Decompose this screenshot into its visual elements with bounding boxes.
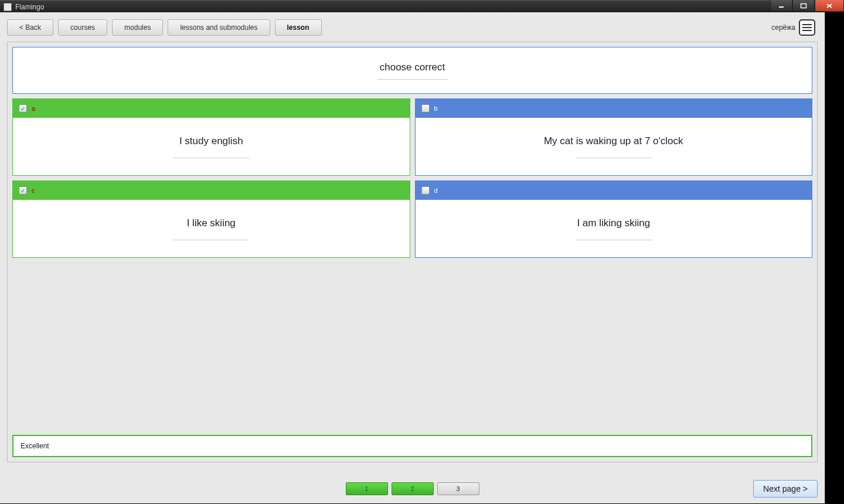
- answer-underline: [173, 240, 249, 240]
- answer-body: I am liking skiing: [416, 200, 812, 257]
- checkbox-icon[interactable]: [421, 186, 430, 195]
- close-button[interactable]: [815, 0, 844, 12]
- answer-header: b: [416, 99, 812, 118]
- answer-body: I like skiing: [13, 200, 410, 257]
- answer-card-a[interactable]: ✓ a I study english: [12, 98, 410, 176]
- answer-text: I am liking skiing: [577, 217, 650, 229]
- bottom-bar: 1 2 3 Next page >: [7, 480, 818, 498]
- app-client-area: < Back courses modules lessons and submo…: [0, 12, 825, 503]
- feedback-text: Excellent: [21, 442, 49, 450]
- nav-courses-button[interactable]: courses: [58, 19, 107, 36]
- answer-header: d: [416, 181, 812, 200]
- answer-text: I study english: [179, 135, 243, 147]
- answer-body: My cat is waking up at 7 o'clock: [416, 118, 812, 175]
- user-area: серёжа: [771, 19, 818, 36]
- nav-lessons-submodules-button[interactable]: lessons and submodules: [168, 19, 270, 36]
- page-button-1[interactable]: 1: [346, 482, 388, 495]
- prompt-text: choose correct: [380, 62, 445, 73]
- answer-body: I study english: [13, 118, 410, 175]
- answer-letter: d: [434, 187, 438, 194]
- answer-letter: c: [32, 187, 35, 194]
- answer-underline: [173, 158, 249, 158]
- answers-grid: ✓ a I study english b My cat is waking u…: [12, 98, 812, 258]
- checkbox-icon[interactable]: ✓: [19, 104, 27, 113]
- answer-text: I like skiing: [187, 217, 236, 229]
- question-prompt: choose correct: [12, 47, 812, 94]
- page-button-2[interactable]: 2: [392, 482, 434, 495]
- page-button-3[interactable]: 3: [437, 482, 479, 495]
- answer-letter: b: [434, 105, 438, 112]
- answer-underline: [576, 158, 652, 158]
- nav-lesson-button[interactable]: lesson: [275, 19, 322, 36]
- svg-rect-1: [801, 4, 806, 8]
- next-page-button[interactable]: Next page >: [753, 480, 818, 498]
- page-navigator: 1 2 3: [346, 482, 479, 495]
- nav-modules-button[interactable]: modules: [112, 19, 163, 36]
- checkbox-icon[interactable]: ✓: [19, 186, 27, 195]
- answer-underline: [576, 240, 652, 240]
- prompt-underline: [377, 79, 448, 80]
- minimize-button[interactable]: [770, 0, 792, 12]
- checkbox-icon[interactable]: [421, 104, 430, 113]
- answer-header: ✓ c: [13, 181, 410, 200]
- hamburger-icon: [802, 27, 812, 28]
- feedback-box: Excellent: [12, 435, 812, 457]
- answer-text: My cat is waking up at 7 o'clock: [544, 135, 683, 147]
- window-controls: [770, 1, 844, 13]
- window-titlebar: Flamingo: [0, 0, 844, 13]
- answer-card-c[interactable]: ✓ c I like skiing: [12, 181, 410, 258]
- app-icon: [4, 3, 12, 11]
- lesson-panel: choose correct ✓ a I study english b: [7, 42, 818, 462]
- window-title: Flamingo: [15, 3, 44, 11]
- window-border-right: [825, 12, 844, 503]
- hamburger-menu-button[interactable]: [799, 19, 815, 36]
- maximize-button[interactable]: [792, 0, 815, 12]
- answer-header: ✓ a: [13, 99, 410, 118]
- user-name: серёжа: [771, 23, 795, 32]
- back-button[interactable]: < Back: [7, 19, 53, 36]
- answer-letter: a: [32, 105, 35, 112]
- answer-card-b[interactable]: b My cat is waking up at 7 o'clock: [415, 98, 813, 176]
- answer-card-d[interactable]: d I am liking skiing: [415, 181, 813, 258]
- breadcrumb-toolbar: < Back courses modules lessons and submo…: [0, 12, 825, 42]
